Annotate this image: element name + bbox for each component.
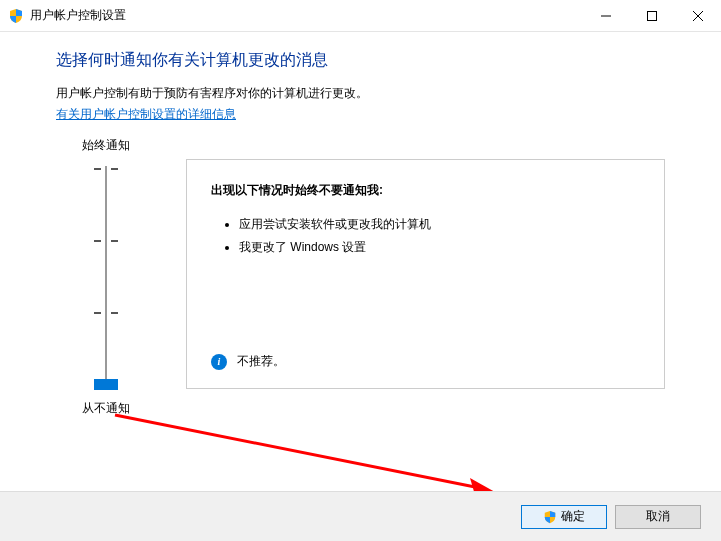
shield-icon: [8, 8, 24, 24]
close-button[interactable]: [675, 0, 721, 31]
ok-button[interactable]: 确定: [521, 505, 607, 529]
minimize-button[interactable]: [583, 0, 629, 31]
info-footer: i 不推荐。: [211, 353, 640, 370]
slider-thumb[interactable]: [94, 379, 118, 390]
svg-line-4: [115, 415, 480, 488]
slider-column: 始终通知 从不通知: [56, 137, 156, 417]
window-controls: [583, 0, 721, 31]
button-bar: 确定 取消: [0, 491, 721, 541]
page-heading: 选择何时通知你有关计算机更改的消息: [56, 50, 665, 71]
info-footer-text: 不推荐。: [237, 353, 285, 370]
info-list-item: 我更改了 Windows 设置: [239, 236, 640, 259]
slider-tick: [94, 312, 118, 314]
shield-icon: [543, 510, 557, 524]
info-icon: i: [211, 354, 227, 370]
slider-label-top: 始终通知: [82, 137, 130, 154]
info-panel: 出现以下情况时始终不要通知我: 应用尝试安装软件或更改我的计算机 我更改了 Wi…: [186, 159, 665, 389]
maximize-button[interactable]: [629, 0, 675, 31]
notification-slider[interactable]: [86, 162, 126, 392]
window-title: 用户帐户控制设置: [30, 7, 583, 24]
info-list: 应用尝试安装软件或更改我的计算机 我更改了 Windows 设置: [211, 213, 640, 343]
cancel-button[interactable]: 取消: [615, 505, 701, 529]
slider-tick: [94, 240, 118, 242]
help-link[interactable]: 有关用户帐户控制设置的详细信息: [56, 106, 236, 123]
titlebar: 用户帐户控制设置: [0, 0, 721, 32]
description-text: 用户帐户控制有助于预防有害程序对你的计算机进行更改。: [56, 85, 665, 102]
content-area: 选择何时通知你有关计算机更改的消息 用户帐户控制有助于预防有害程序对你的计算机进…: [0, 32, 721, 417]
slider-tick: [94, 168, 118, 170]
ok-button-label: 确定: [561, 508, 585, 525]
info-list-item: 应用尝试安装软件或更改我的计算机: [239, 213, 640, 236]
svg-rect-1: [648, 11, 657, 20]
info-panel-title: 出现以下情况时始终不要通知我:: [211, 182, 640, 199]
cancel-button-label: 取消: [646, 508, 670, 525]
slider-label-bottom: 从不通知: [82, 400, 130, 417]
slider-area: 始终通知 从不通知 出现以下情况时始终不要通知我: 应用尝试安装软件或更改我的计…: [56, 137, 665, 417]
